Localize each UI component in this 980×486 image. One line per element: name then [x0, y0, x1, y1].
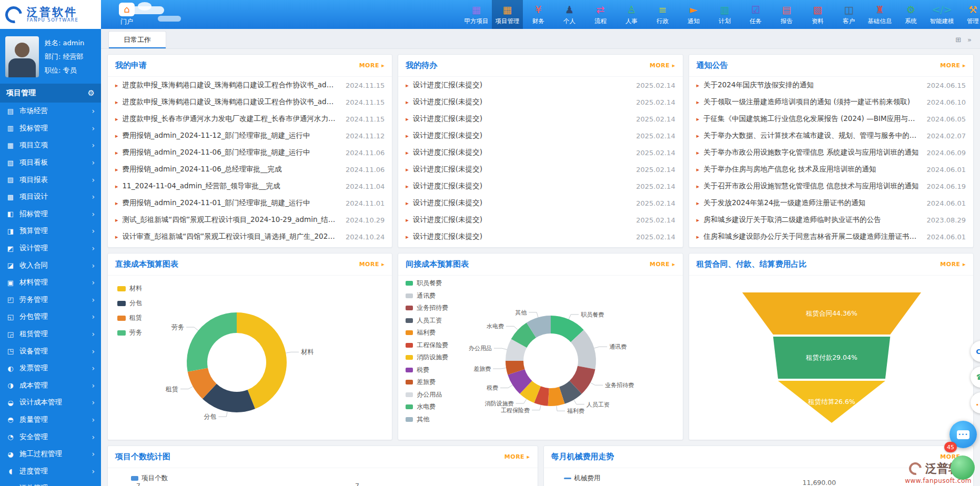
- sidebar-item-22[interactable]: ◈证件管理›: [0, 480, 101, 486]
- topnav-item-7[interactable]: ►通知: [678, 0, 709, 29]
- legend-item[interactable]: 其他: [406, 415, 448, 424]
- topnav-item-5[interactable]: ♙人事: [616, 0, 647, 29]
- sidebar-item-14[interactable]: ◳设备管理›: [0, 342, 101, 360]
- topnav-item-9[interactable]: ☑任务: [740, 0, 771, 29]
- more-button[interactable]: MORE: [359, 62, 385, 69]
- legend-item[interactable]: 劳务: [117, 328, 142, 337]
- feedback-button[interactable]: ...: [971, 392, 980, 413]
- list-item[interactable]: 测试_彭祖新城“四馆”景观工程设计项目_2024-10-29_admin_结束_…: [108, 211, 392, 228]
- legend-item[interactable]: 办公用品: [406, 390, 448, 399]
- legend-item[interactable]: 工程保险费: [406, 341, 448, 350]
- sidebar-item-17[interactable]: ◒设计成本管理›: [0, 394, 101, 411]
- list-item[interactable]: 费用报销_admin_2024-11-01_部门经理审批_胡建_运行中2024.…: [108, 195, 392, 211]
- list-item[interactable]: 关于领取一级注册建造师培训项目的通知 (须持一建证书前来领取)2024.06.1…: [689, 94, 973, 110]
- legend-item[interactable]: 租赁: [117, 313, 142, 322]
- sidebar-item-21[interactable]: ◖进度管理›: [0, 462, 101, 480]
- sidebar-item-16[interactable]: ◑成本管理›: [0, 377, 101, 394]
- list-item[interactable]: 设计进度汇报(未提交)2025.02.14: [398, 127, 682, 144]
- list-item[interactable]: 关于发放2024年第24批一级建造师注册证书的通知2024.06.01: [689, 195, 973, 211]
- topnav-item-1[interactable]: ▦项目管理: [492, 0, 523, 29]
- list-item[interactable]: 进度款申报_珠海鹤港口建设_珠海鹤港口建设工程合作协议书_admin_...20…: [108, 77, 392, 94]
- legend-item[interactable]: 分包: [117, 299, 142, 308]
- tab-daily-work[interactable]: 日常工作: [108, 31, 166, 48]
- list-item[interactable]: 设计进度汇报(未提交)2025.02.14: [398, 228, 682, 245]
- sidebar-item-1[interactable]: ▥投标管理›: [0, 120, 101, 137]
- more-button[interactable]: MORE: [940, 261, 966, 268]
- topnav-item-2[interactable]: ¥财务: [523, 0, 554, 29]
- legend-item[interactable]: 人员工资: [406, 316, 448, 325]
- list-item[interactable]: 进度款申报_珠海鹤港口建设_珠海鹤港口建设工程合作协议书_admin_...20…: [108, 94, 392, 110]
- topnav-item-15[interactable]: </>智能建模: [926, 0, 957, 29]
- list-item[interactable]: 设计进度汇报(未提交)2025.02.14: [398, 144, 682, 161]
- list-item[interactable]: 费用报销_admin_2024-11-06_总经理审批__完成2024.11.0…: [108, 161, 392, 178]
- list-item[interactable]: 费用报销_admin_2024-11-12_部门经理审批_胡建_运行中2024.…: [108, 127, 392, 144]
- sidebar-item-19[interactable]: ◔安全管理›: [0, 428, 101, 446]
- topnav-item-0[interactable]: ▦甲方项目: [461, 0, 492, 29]
- sidebar-item-7[interactable]: ◨预算管理›: [0, 222, 101, 240]
- list-item[interactable]: 费用报销_admin_2024-11-06_部门经理审批_胡建_运行中2024.…: [108, 144, 392, 161]
- sidebar-item-18[interactable]: ◓质量管理›: [0, 411, 101, 429]
- topnav-item-10[interactable]: ▤报告: [771, 0, 802, 29]
- topnav-item-14[interactable]: ⚙系统: [895, 0, 926, 29]
- list-item[interactable]: 设计进度汇报(未提交)2025.02.14: [398, 94, 682, 110]
- legend-item[interactable]: 税费: [406, 366, 448, 374]
- sidebar-item-13[interactable]: ◲租赁管理›: [0, 326, 101, 343]
- list-item[interactable]: 设计进度汇报(未提交)2025.02.14: [398, 211, 682, 228]
- legend-item[interactable]: 职员餐费: [406, 279, 448, 288]
- sidebar-item-9[interactable]: ◪收入合同›: [0, 257, 101, 274]
- sidebar-item-0[interactable]: ▤市场经营›: [0, 103, 101, 120]
- ca-cert-button[interactable]: CA: [971, 341, 980, 362]
- list-item[interactable]: 设计审查_彭祖新城“四馆”景观工程设计项目_请选择_胡广生_2024-10-2.…: [108, 228, 392, 245]
- more-button[interactable]: MORE: [650, 62, 675, 69]
- legend-item[interactable]: 福利费: [406, 328, 448, 337]
- list-item[interactable]: 设计进度汇报(未提交)2025.02.14: [398, 195, 682, 211]
- legend-item[interactable]: 机械费用: [564, 474, 601, 483]
- legend-item[interactable]: 消防设施费: [406, 353, 448, 362]
- more-button[interactable]: MORE: [359, 261, 385, 268]
- service-phone-button[interactable]: ☎: [971, 367, 980, 388]
- legend-item[interactable]: 水电费: [406, 402, 448, 411]
- topnav-item-16[interactable]: ⚒管理: [957, 0, 980, 29]
- list-item[interactable]: 关于举办住房与房地产信息化 技术及应用培训班的通知2024.06.01: [689, 161, 973, 178]
- list-item[interactable]: 设计进度汇报(未提交)2025.02.14: [398, 161, 682, 178]
- sidebar-item-20[interactable]: ◕施工过程管理›: [0, 446, 101, 463]
- contact-button[interactable]: [951, 455, 975, 480]
- list-item[interactable]: 关于举办市政公用设施数字化管理信息 系统建设与应用培训班的通知2024.06.0…: [689, 144, 973, 161]
- collapse-panel-icon[interactable]: »: [967, 36, 972, 44]
- list-item[interactable]: 住房和城乡建设部办公厅关于同意吉林省开展二级建造师注册证书电子化试点...202…: [689, 228, 973, 245]
- topnav-item-11[interactable]: ▧资料: [802, 0, 833, 29]
- sidebar-item-5[interactable]: ▩项目设计›: [0, 188, 101, 206]
- sidebar-item-3[interactable]: ▧项目看板›: [0, 154, 101, 171]
- gear-icon[interactable]: ⚙: [88, 88, 95, 98]
- legend-item[interactable]: 差旅费: [406, 378, 448, 387]
- shortcut-icon[interactable]: ⊞: [955, 36, 961, 44]
- list-item[interactable]: 于征集《中国建筑施工行业信息化发展报告 (2024) —BIM应用与发展》材料.…: [689, 110, 973, 127]
- sidebar-item-11[interactable]: ◰劳务管理›: [0, 291, 101, 309]
- list-item[interactable]: 设计进度汇报(未提交)2025.02.14: [398, 77, 682, 94]
- topnav-item-12[interactable]: ◫客户: [833, 0, 864, 29]
- list-item[interactable]: 关于举办大数据、云计算技术在城市建设、规划、管理与服务中的应用培训班...202…: [689, 127, 973, 144]
- sidebar-item-8[interactable]: ◩设计管理›: [0, 240, 101, 257]
- portal-button[interactable]: ⌂ 门户: [110, 2, 143, 28]
- topnav-item-4[interactable]: ⇄流程: [585, 0, 616, 29]
- list-item[interactable]: 关于2024年国庆节放假安排的通知2024.06.15: [689, 77, 973, 94]
- list-item[interactable]: 进度款申报_长春市伊通河水力发电厂改建工程_长春市伊通河水力发电...2024.…: [108, 110, 392, 127]
- list-item[interactable]: 设计进度汇报(未提交)2025.02.14: [398, 110, 682, 127]
- legend-item[interactable]: 材料: [117, 284, 142, 293]
- sidebar-item-15[interactable]: ◐发票管理›: [0, 360, 101, 377]
- topnav-item-3[interactable]: ♟个人: [554, 0, 585, 29]
- topnav-item-6[interactable]: ≡行政: [647, 0, 678, 29]
- list-item[interactable]: 11_2024-11-04_admin_经营部_领导审批__完成2024.11.…: [108, 178, 392, 195]
- more-button[interactable]: MORE: [504, 453, 530, 460]
- list-item[interactable]: 设计进度汇报(未提交)2025.02.14: [398, 178, 682, 195]
- sidebar-item-10[interactable]: ▣材料管理›: [0, 274, 101, 291]
- sidebar-item-2[interactable]: ▦项目立项›: [0, 137, 101, 154]
- sidebar-item-6[interactable]: ◧招标管理›: [0, 206, 101, 223]
- more-button[interactable]: MORE: [650, 261, 675, 268]
- list-item[interactable]: 房和城乡建设厅关于取消二级建造师临时执业证书的公告2023.08.29: [689, 211, 973, 228]
- sidebar-item-12[interactable]: ◱分包管理›: [0, 308, 101, 326]
- topnav-item-13[interactable]: ♜基础信息: [864, 0, 895, 29]
- sidebar-item-4[interactable]: ▨项目报表›: [0, 171, 101, 188]
- legend-item[interactable]: 通讯费: [406, 291, 448, 300]
- legend-item[interactable]: 业务招待费: [406, 303, 448, 312]
